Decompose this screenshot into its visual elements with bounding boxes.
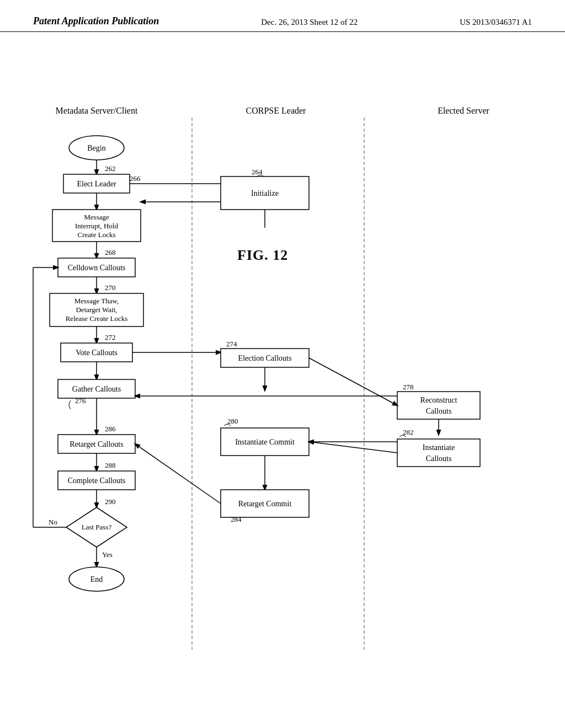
svg-text:Callouts: Callouts: [426, 454, 452, 463]
initialize-label: Initialize: [251, 189, 279, 197]
celldown-label: Celldown Callouts: [68, 264, 126, 272]
begin-label: Begin: [87, 144, 105, 152]
instantiate-callouts-label: Instantiate: [423, 443, 455, 452]
flowchart-svg: Metadata Server/Client CORPSE Leader Ele…: [0, 32, 565, 716]
msg-thaw-label: Message Thaw,: [74, 297, 119, 305]
n282: 282: [403, 428, 414, 436]
no-label: No: [49, 518, 57, 526]
sheet-info: Dec. 26, 2013 Sheet 12 of 22: [261, 18, 358, 27]
n272: 272: [105, 333, 116, 341]
n286: 286: [105, 425, 116, 433]
svg-line-49: [309, 442, 397, 453]
vote-label: Vote Callouts: [76, 349, 118, 357]
n270: 270: [105, 283, 116, 292]
col1-header: Metadata Server/Client: [56, 106, 138, 115]
n266: 266: [130, 174, 141, 183]
retarget-commit-label: Retarget Commit: [238, 500, 292, 508]
n280: 280: [227, 417, 238, 425]
yes-label: Yes: [102, 550, 113, 559]
election-callouts-label: Election Callouts: [238, 354, 292, 362]
publication-title: Patent Application Publication: [33, 15, 159, 27]
n262: 262: [105, 164, 116, 173]
elect-leader-label: Elect Leader: [77, 180, 116, 188]
svg-text:Release Create Locks: Release Create Locks: [66, 314, 128, 323]
svg-line-45: [309, 358, 397, 405]
last-pass-label: Last Pass?: [82, 523, 112, 531]
svg-text:Callouts: Callouts: [426, 407, 452, 415]
reconstruct-label: Reconstruct: [420, 396, 457, 404]
n268: 268: [105, 248, 116, 256]
page-header: Patent Application Publication Dec. 26, …: [0, 0, 565, 32]
msg-interrupt-label: Message: [84, 213, 109, 221]
retarget-callouts-label: Retarget Callouts: [70, 440, 123, 448]
n276: 276: [75, 397, 86, 405]
svg-text:Detarget Wait,: Detarget Wait,: [76, 306, 117, 314]
n274: 274: [226, 340, 237, 348]
svg-text:Create Locks: Create Locks: [78, 231, 116, 239]
svg-text:Interrupt, Hold: Interrupt, Hold: [75, 222, 118, 230]
patent-number: US 2013/0346371 A1: [460, 18, 532, 27]
svg-line-42: [135, 444, 221, 504]
gather-label: Gather Callouts: [72, 385, 121, 393]
n278: 278: [403, 383, 414, 391]
n288: 288: [105, 461, 116, 469]
complete-label: Complete Callouts: [68, 477, 126, 485]
col3-header: Elected Server: [438, 106, 489, 115]
n290: 290: [105, 497, 116, 506]
col2-header: CORPSE Leader: [246, 106, 307, 115]
end-label: End: [90, 575, 103, 584]
diagram-area: FIG. 12 Metadata Server/Client CORPSE Le…: [0, 32, 565, 716]
n284: 284: [231, 515, 242, 523]
instantiate-commit-label: Instantiate Commit: [235, 438, 295, 446]
